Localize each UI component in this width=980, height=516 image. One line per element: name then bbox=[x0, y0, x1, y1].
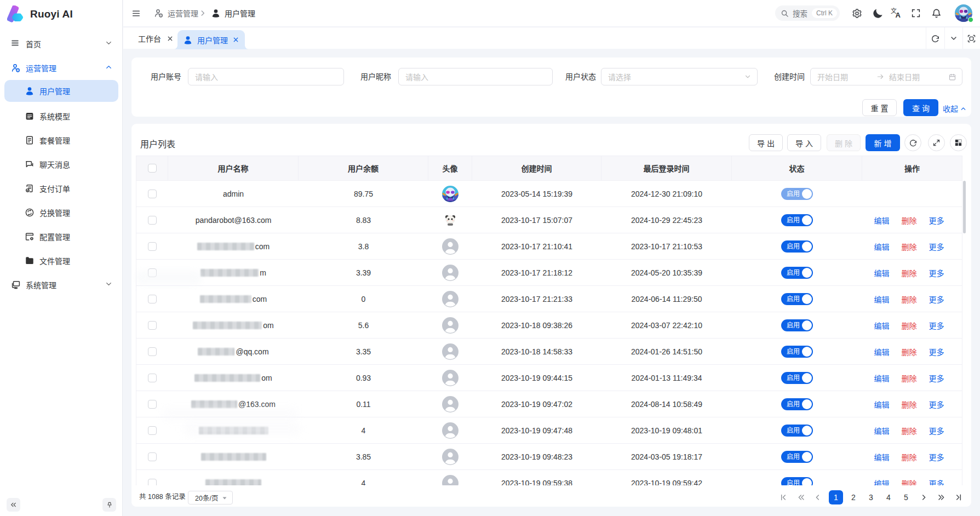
svg-text:A: A bbox=[896, 11, 901, 19]
